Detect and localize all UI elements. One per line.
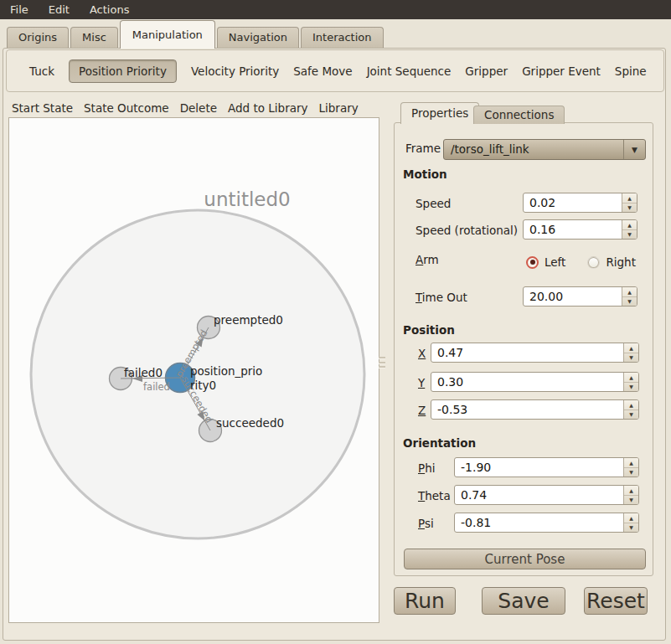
state-machine-title: untitled0 [204,188,290,210]
x-spinbox: ▲▼ [431,343,639,363]
node-label-failed0: failed0 [124,366,163,379]
spin-down-icon[interactable]: ▼ [624,468,638,477]
spin-up-icon[interactable]: ▲ [624,400,638,410]
state-machine-canvas[interactable]: untitled0 failed preempted succeeded fai… [8,117,379,623]
motion-section-header: Motion [403,167,447,181]
time-out-label: Time Out [416,291,467,304]
theta-spinbox: ▲▼ [454,485,639,505]
psi-label: Psi [418,517,434,530]
spin-up-icon[interactable]: ▲ [622,287,637,297]
add-to-library-button[interactable]: Add to Library [228,101,307,115]
spin-up-icon[interactable]: ▲ [624,458,638,468]
main-tab-bar: Origins Misc Manipulation Navigation Int… [7,19,385,48]
speed-rotational-spinbox: ▲▼ [523,219,637,240]
toolbar-gripper-event-button[interactable]: Gripper Event [522,64,601,78]
tab-misc[interactable]: Misc [70,27,118,48]
state-outcome-button[interactable]: State Outcome [84,101,169,115]
tab-connections[interactable]: Connections [473,106,565,124]
dropdown-arrow-icon[interactable]: ▼ [623,140,645,159]
speed-input[interactable] [524,193,622,212]
arm-radio-group: Left Right [526,255,636,269]
start-state-button[interactable]: Start State [12,101,73,115]
delete-button[interactable]: Delete [180,101,217,115]
tab-manipulation[interactable]: Manipulation [120,20,215,49]
reset-button[interactable]: Reset [584,587,648,615]
y-input[interactable] [431,373,623,391]
pane-splitter-handle[interactable] [379,357,385,368]
spin-up-icon[interactable]: ▲ [624,513,638,523]
z-spinbox: ▲▼ [431,399,639,420]
spin-down-icon[interactable]: ▼ [624,496,638,505]
spin-down-icon[interactable]: ▼ [622,204,637,213]
menu-actions[interactable]: Actions [90,3,130,16]
time-out-spinbox: ▲▼ [523,286,637,307]
tab-origins[interactable]: Origins [7,27,69,48]
arm-right-label[interactable]: Right [606,255,636,269]
z-input[interactable] [431,400,623,419]
phi-label: Phi [418,461,435,475]
node-label-position-priority0-line2: rity0 [190,379,216,392]
toolbar-tuck-button[interactable]: Tuck [29,64,54,78]
tab-navigation[interactable]: Navigation [217,27,299,48]
properties-panel: Frame /torso_lift_link ▼ Motion Speed ▲▼… [394,122,653,576]
state-machine-graph: untitled0 failed preempted succeeded fai… [9,118,379,622]
current-pose-button[interactable]: Current Pose [404,549,646,569]
spin-down-icon[interactable]: ▼ [624,383,638,392]
spin-up-icon[interactable]: ▲ [622,220,637,230]
spin-up-icon[interactable]: ▲ [624,343,638,353]
toolbar-spine-button[interactable]: Spine [615,64,647,78]
toolbar-position-priority-button[interactable]: Position Priority [69,59,177,83]
arm-right-radio[interactable] [587,256,600,269]
node-label-succeeded0: succeeded0 [216,416,284,430]
y-label: Y [418,376,425,389]
tab-properties[interactable]: Properties [400,102,479,124]
menu-edit[interactable]: Edit [49,3,70,16]
speed-spinbox: ▲▼ [523,193,637,213]
speed-label: Speed [416,197,451,210]
toolbar-gripper-button[interactable]: Gripper [465,64,508,78]
action-toolbar: Tuck Position Priority Velocity Priority… [6,49,664,92]
state-machine-toolbar: Start State State Outcome Delete Add to … [12,99,359,117]
spin-up-icon[interactable]: ▲ [624,486,638,496]
orientation-section-header: Orientation [403,436,476,450]
psi-input[interactable] [455,513,623,532]
theta-label: Theta [418,489,451,502]
x-input[interactable] [431,343,623,362]
application-window: File Edit Actions Origins Misc Manipulat… [0,0,671,644]
frame-label: Frame [405,142,441,155]
spin-down-icon[interactable]: ▼ [622,297,637,307]
spin-down-icon[interactable]: ▼ [624,410,638,420]
menu-file[interactable]: File [10,3,28,16]
time-out-input[interactable] [524,287,622,306]
node-label-position-priority0-line1: position_prio [190,364,262,378]
arm-left-label[interactable]: Left [545,255,565,269]
save-button[interactable]: Save [482,587,565,615]
node-label-preempted0: preempted0 [214,313,283,327]
arm-label: Arm [416,253,439,266]
frame-dropdown[interactable]: /torso_lift_link ▼ [443,139,646,160]
menu-bar: File Edit Actions [0,0,671,19]
phi-input[interactable] [455,458,623,477]
toolbar-joint-sequence-button[interactable]: Joint Sequence [367,64,452,78]
toolbar-safe-move-button[interactable]: Safe Move [293,64,352,78]
speed-rotational-input[interactable] [524,220,622,239]
spin-up-icon[interactable]: ▲ [624,373,638,383]
theta-input[interactable] [455,486,623,504]
x-label: X [418,347,426,360]
run-button[interactable]: Run [394,587,456,615]
frame-dropdown-value: /torso_lift_link [444,140,623,159]
spin-down-icon[interactable]: ▼ [622,230,637,240]
speed-rotational-label: Speed (rotational) [416,224,518,237]
position-section-header: Position [403,323,455,337]
phi-spinbox: ▲▼ [454,457,639,477]
y-spinbox: ▲▼ [431,372,639,392]
edge-label-failed: failed [143,381,170,393]
library-button[interactable]: Library [319,101,359,115]
arm-left-radio[interactable] [526,256,539,269]
spin-up-icon[interactable]: ▲ [622,193,637,204]
toolbar-velocity-priority-button[interactable]: Velocity Priority [191,64,279,78]
spin-down-icon[interactable]: ▼ [624,353,638,363]
z-label: Z [418,404,426,417]
tab-interaction[interactable]: Interaction [301,27,384,48]
spin-down-icon[interactable]: ▼ [624,523,638,533]
